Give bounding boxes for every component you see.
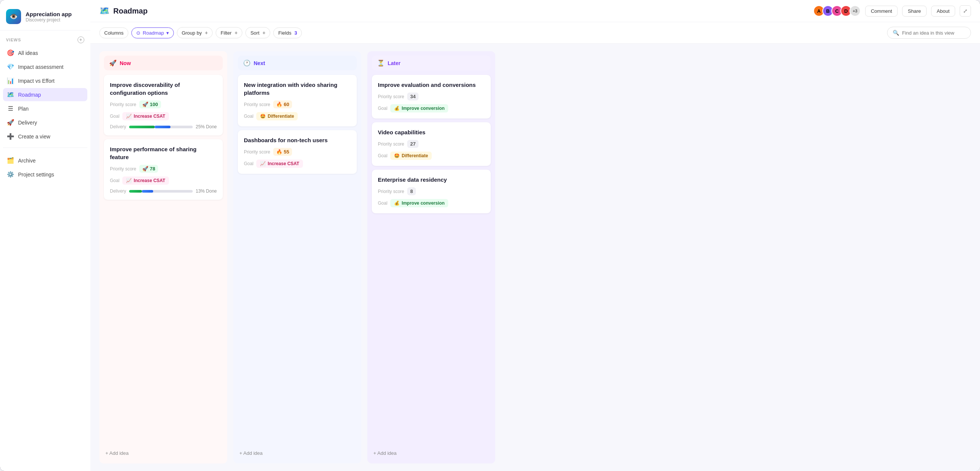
sidebar-item-plan[interactable]: ☰ Plan: [3, 102, 88, 115]
priority-label: Priority score: [244, 149, 270, 155]
all-ideas-icon: 🎯: [7, 49, 14, 56]
sort-button[interactable]: Sort +: [245, 27, 270, 38]
goal-text: Differentiate: [267, 114, 294, 119]
columns-label: Columns: [104, 30, 123, 36]
board: 🚀 Now Improve discoverability of configu…: [90, 44, 980, 471]
sidebar-item-impact-assessment[interactable]: 💎 Impact assessment: [3, 60, 88, 73]
card-goal-row: Goal 📈 Increase CSAT: [110, 176, 217, 185]
delivery-bar: [129, 126, 192, 128]
card-enterprise-data[interactable]: Enterprise data residency Priority score…: [372, 170, 491, 213]
priority-value: 8: [410, 189, 413, 194]
goal-text: Increase CSAT: [267, 161, 299, 166]
priority-badge: 🚀 78: [139, 165, 158, 173]
delivery-row: Delivery 25% Done: [110, 124, 217, 129]
card-dashboards[interactable]: Dashboards for non-tech users Priority s…: [238, 130, 357, 174]
sidebar-item-label: Roadmap: [18, 92, 41, 98]
groupby-button[interactable]: Group by +: [177, 27, 213, 38]
expand-button[interactable]: ⤢: [960, 5, 971, 17]
card-sharing-performance[interactable]: Improve performance of sharing feature P…: [104, 139, 223, 200]
card-priority-row: Priority score 34: [378, 92, 485, 100]
card-priority-row: Priority score 8: [378, 187, 485, 195]
priority-badge: 🔥 55: [273, 148, 292, 156]
delivery-label: Delivery: [110, 124, 126, 129]
card-goal-row: Goal 🤩 Differentiate: [244, 112, 351, 121]
sidebar-item-label: Create a view: [18, 133, 51, 140]
column-label-now: Now: [120, 60, 131, 66]
priority-value: 100: [150, 101, 158, 107]
card-title: Improve discoverability of configuration…: [110, 81, 217, 97]
card-title: New integration with video sharing platf…: [244, 81, 351, 97]
about-button[interactable]: About: [931, 6, 955, 17]
page-title: Roadmap: [113, 7, 148, 16]
share-button[interactable]: Share: [902, 6, 927, 17]
sidebar: 👁️ Appreciation app Discovery project VI…: [0, 0, 90, 471]
add-idea-later[interactable]: + Add idea: [372, 447, 491, 459]
goal-icon: 💰: [394, 200, 400, 206]
sidebar-item-label: Project settings: [18, 171, 54, 178]
add-idea-next[interactable]: + Add idea: [238, 447, 357, 459]
delivery-pct: 25% Done: [196, 124, 217, 129]
topbar-right: A B C D +3 Comment Share About ⤢: [813, 5, 971, 17]
goal-label: Goal: [244, 161, 253, 166]
sort-label: Sort: [250, 30, 259, 36]
goal-badge: 📈 Increase CSAT: [123, 176, 169, 185]
goal-icon: 🤩: [394, 153, 400, 159]
goal-badge: 📈 Increase CSAT: [256, 160, 303, 168]
groupby-plus-icon: +: [205, 30, 208, 36]
toolbar: Columns ⊙ Roadmap ▾ Group by + Filter + …: [90, 22, 980, 44]
sidebar-item-create-view[interactable]: ➕ Create a view: [3, 130, 88, 143]
sidebar-bottom: 🗂️ Archive ⚙️ Project settings: [0, 154, 90, 181]
app-subtitle: Discovery project: [25, 17, 72, 22]
search-icon: 🔍: [892, 30, 899, 36]
sidebar-item-impact-vs-effort[interactable]: 📊 Impact vs Effort: [3, 74, 88, 87]
sidebar-item-label: Delivery: [18, 120, 37, 126]
fields-button[interactable]: Fields 3: [273, 27, 302, 38]
add-idea-now[interactable]: + Add idea: [104, 447, 223, 459]
priority-label: Priority score: [244, 102, 270, 107]
sidebar-item-delivery[interactable]: 🚀 Delivery: [3, 116, 88, 129]
priority-icon: 🚀: [142, 101, 148, 107]
card-discoverability[interactable]: Improve discoverability of configuration…: [104, 75, 223, 135]
filter-plus-icon: +: [234, 30, 237, 36]
priority-label: Priority score: [378, 94, 404, 99]
column-header-now: 🚀 Now: [104, 56, 223, 70]
now-cards-list: Improve discoverability of configuration…: [104, 75, 223, 443]
card-video-capabilities[interactable]: Video capabilities Priority score 27 Goa…: [372, 122, 491, 166]
avatar-extra-count: +3: [850, 5, 861, 17]
delivery-row: Delivery 13% Done: [110, 189, 217, 194]
comment-button[interactable]: Comment: [865, 6, 897, 17]
roadmap-tab-icon: ⊙: [136, 30, 140, 36]
roadmap-tab[interactable]: ⊙ Roadmap ▾: [131, 27, 173, 38]
search-input[interactable]: [902, 30, 965, 36]
column-next: 🕐 Next New integration with video sharin…: [233, 51, 361, 463]
sidebar-item-project-settings[interactable]: ⚙️ Project settings: [3, 168, 88, 181]
sidebar-item-archive[interactable]: 🗂️ Archive: [3, 154, 88, 167]
card-priority-row: Priority score 🚀 78: [110, 165, 217, 173]
card-video-integration[interactable]: New integration with video sharing platf…: [238, 75, 357, 127]
priority-badge: 27: [407, 140, 418, 148]
sidebar-item-all-ideas[interactable]: 🎯 All ideas: [3, 46, 88, 59]
topbar: 🗺️ Roadmap A B C D +3 Comment Share Abou…: [90, 0, 980, 22]
archive-icon: 🗂️: [7, 157, 14, 164]
column-now: 🚀 Now Improve discoverability of configu…: [99, 51, 228, 463]
add-view-button[interactable]: +: [78, 36, 84, 43]
priority-label: Priority score: [378, 141, 404, 147]
goal-label: Goal: [110, 178, 119, 183]
columns-button[interactable]: Columns: [99, 27, 128, 38]
card-priority-row: Priority score 🔥 55: [244, 148, 351, 156]
sidebar-header: 👁️ Appreciation app Discovery project: [0, 6, 90, 30]
impact-assessment-icon: 💎: [7, 63, 14, 70]
priority-badge: 🔥 60: [273, 100, 292, 108]
priority-badge: 🚀 100: [139, 100, 161, 108]
goal-icon: 📈: [260, 161, 266, 166]
column-later: ⏳ Later Improve evaluation and conversio…: [368, 51, 495, 463]
card-priority-row: Priority score 🔥 60: [244, 100, 351, 108]
delivery-icon: 🚀: [7, 119, 14, 126]
next-cards-list: New integration with video sharing platf…: [238, 75, 357, 443]
card-goal-row: Goal 📈 Increase CSAT: [244, 160, 351, 168]
filter-button[interactable]: Filter +: [216, 27, 242, 38]
card-evaluation[interactable]: Improve evaluation and conversions Prior…: [372, 75, 491, 119]
create-view-icon: ➕: [7, 133, 14, 140]
goal-badge: 💰 Improve conversion: [390, 104, 448, 113]
sidebar-item-roadmap[interactable]: 🗺️ Roadmap: [3, 88, 88, 101]
